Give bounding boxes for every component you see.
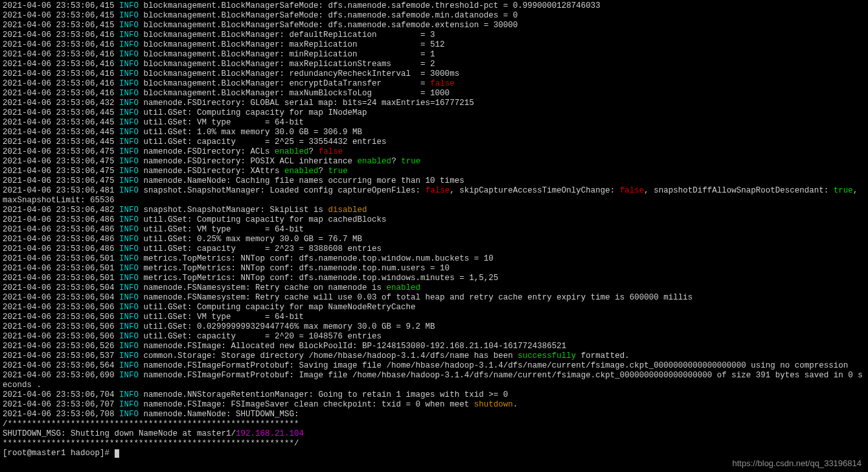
log-line: 2021-04-06 23:53:06,416 INFO blockmanage… — [3, 79, 865, 89]
watermark-text: https://blog.csdn.net/qq_33196814 — [733, 458, 862, 468]
log-line: 2021-04-06 23:53:06,416 INFO blockmanage… — [3, 50, 865, 60]
log-line: 2021-04-06 23:53:06,506 INFO util.GSet: … — [3, 332, 865, 342]
log-line: 2021-04-06 23:53:06,475 INFO namenode.Na… — [3, 176, 865, 186]
log-line: 2021-04-06 23:53:06,482 INFO snapshot.Sn… — [3, 206, 865, 215]
log-line: 2021-04-06 23:53:06,475 INFO namenode.FS… — [3, 147, 865, 157]
log-line: 2021-04-06 23:53:06,486 INFO util.GSet: … — [3, 235, 865, 244]
log-line: 2021-04-06 23:53:06,690 INFO namenode.FS… — [3, 371, 865, 390]
log-line: 2021-04-06 23:53:06,416 INFO blockmanage… — [3, 69, 865, 79]
log-line: 2021-04-06 23:53:06,445 INFO util.GSet: … — [3, 108, 865, 118]
log-line: 2021-04-06 23:53:06,445 INFO util.GSet: … — [3, 128, 865, 137]
log-line: 2021-04-06 23:53:06,506 INFO util.GSet: … — [3, 303, 865, 313]
log-line: 2021-04-06 23:53:06,526 INFO namenode.FS… — [3, 342, 865, 351]
log-line: 2021-04-06 23:53:06,501 INFO metrics.Top… — [3, 264, 865, 274]
log-line: 2021-04-06 23:53:06,504 INFO namenode.FS… — [3, 283, 865, 293]
log-line: 2021-04-06 23:53:06,506 INFO util.GSet: … — [3, 313, 865, 322]
log-line: 2021-04-06 23:53:06,416 INFO blockmanage… — [3, 60, 865, 69]
log-line: 2021-04-06 23:53:06,416 INFO blockmanage… — [3, 89, 865, 99]
log-line: 2021-04-06 23:53:06,415 INFO blockmanage… — [3, 1, 865, 11]
log-line: 2021-04-06 23:53:06,432 INFO namenode.FS… — [3, 99, 865, 108]
shutdown-msg: SHUTDOWN_MSG: Shutting down NameNode at … — [3, 429, 865, 439]
log-line: 2021-04-06 23:53:06,416 INFO blockmanage… — [3, 30, 865, 40]
cursor-icon — [115, 449, 119, 458]
log-line: 2021-04-06 23:53:06,486 INFO util.GSet: … — [3, 215, 865, 225]
shell-prompt[interactable]: [root@master1 hadoop]# — [3, 449, 865, 458]
log-line: 2021-04-06 23:53:06,506 INFO util.GSet: … — [3, 322, 865, 332]
log-line: 2021-04-06 23:53:06,481 INFO snapshot.Sn… — [3, 186, 865, 206]
log-line: 2021-04-06 23:53:06,486 INFO util.GSet: … — [3, 244, 865, 254]
log-line: 2021-04-06 23:53:06,486 INFO util.GSet: … — [3, 225, 865, 235]
log-line: 2021-04-06 23:53:06,416 INFO blockmanage… — [3, 40, 865, 50]
divider-line: ****************************************… — [3, 439, 865, 449]
log-line: 2021-04-06 23:53:06,415 INFO blockmanage… — [3, 21, 865, 30]
log-line: 2021-04-06 23:53:06,707 INFO namenode.FS… — [3, 400, 865, 410]
log-line: 2021-04-06 23:53:06,537 INFO common.Stor… — [3, 351, 865, 361]
log-line: 2021-04-06 23:53:06,475 INFO namenode.FS… — [3, 157, 865, 167]
divider-line: /***************************************… — [3, 419, 865, 429]
log-line: 2021-04-06 23:53:06,501 INFO metrics.Top… — [3, 254, 865, 264]
log-line: 2021-04-06 23:53:06,501 INFO metrics.Top… — [3, 274, 865, 283]
log-line: 2021-04-06 23:53:06,445 INFO util.GSet: … — [3, 118, 865, 128]
log-line: 2021-04-06 23:53:06,475 INFO namenode.FS… — [3, 167, 865, 176]
log-line: 2021-04-06 23:53:06,504 INFO namenode.FS… — [3, 293, 865, 303]
terminal-output[interactable]: 2021-04-06 23:53:06,415 INFO blockmanage… — [3, 1, 865, 458]
log-line: 2021-04-06 23:53:06,445 INFO util.GSet: … — [3, 137, 865, 147]
log-line: 2021-04-06 23:53:06,704 INFO namenode.NN… — [3, 390, 865, 400]
log-line: 2021-04-06 23:53:06,415 INFO blockmanage… — [3, 11, 865, 21]
log-line: 2021-04-06 23:53:06,708 INFO namenode.Na… — [3, 410, 865, 419]
log-line: 2021-04-06 23:53:06,564 INFO namenode.FS… — [3, 361, 865, 371]
